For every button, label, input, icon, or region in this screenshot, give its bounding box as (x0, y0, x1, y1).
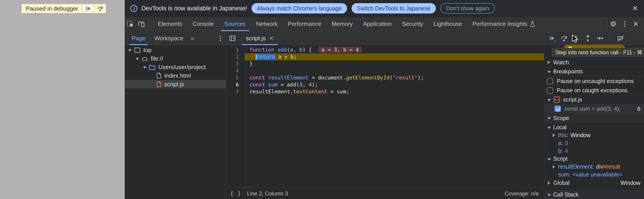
code-text[interactable]: const resultElement = document.getElemen… (246, 74, 424, 81)
scope-section-global[interactable]: GlobalWindow (544, 178, 644, 187)
chevron-down-icon (547, 194, 551, 196)
inspect-element-button[interactable] (125, 17, 136, 31)
tree-item-label: file:// (151, 55, 163, 62)
close-notification-button[interactable]: ✕ (632, 5, 638, 12)
tree-item-top[interactable]: top (125, 46, 226, 54)
tab-performance-insights[interactable]: Performance insights (467, 17, 540, 31)
chevron-right-icon[interactable] (548, 181, 550, 185)
chevron-down-icon[interactable] (547, 99, 551, 101)
pretty-print-icon[interactable]: { } (230, 190, 241, 197)
scope-var-a[interactable]: a:3 (544, 139, 644, 147)
tab-security[interactable]: Security (397, 17, 428, 31)
tab-application[interactable]: Application (358, 17, 397, 31)
always-match-language-button[interactable]: Always match Chrome's language (252, 3, 347, 14)
resume-script-button[interactable] (83, 4, 94, 13)
tab-sources[interactable]: Sources (219, 17, 251, 31)
breakpoint-entry[interactable]: const sum = add(3, 4);6 (544, 104, 644, 113)
line-number[interactable]: 1 (226, 46, 246, 53)
resume-icon (85, 5, 92, 12)
tree-item-script-js[interactable]: script.js (125, 80, 226, 88)
switch-to-japanese-button[interactable]: Switch DevTools to Japanese (352, 3, 436, 14)
line-number-breakpoint[interactable]: 6 (226, 81, 246, 88)
pause-toggle-pause-on-caught-exceptions[interactable]: Pause on caught exceptions (544, 86, 644, 95)
scope-section-script[interactable]: Script (544, 155, 644, 163)
scope-var-b[interactable]: b:4 (544, 147, 644, 155)
breakpoints-section-header[interactable]: Breakpoints (544, 67, 644, 76)
watch-section-header[interactable]: Watch (544, 58, 644, 67)
breakpoint-file-group[interactable]: script.js (544, 95, 644, 104)
tab-workspace[interactable]: Workspace (152, 32, 186, 45)
step-button[interactable] (596, 35, 604, 42)
scope-var-sum[interactable]: sum:<value unavailable> (544, 171, 644, 178)
page-viewport: Paused in debugger (0, 0, 125, 199)
scope-var-this[interactable]: this:Window (544, 131, 644, 139)
tab-network[interactable]: Network (251, 17, 282, 31)
code-text[interactable]: return a + b; (246, 53, 297, 60)
settings-gear-icon[interactable]: ⚙ (610, 20, 616, 28)
line-number[interactable]: 7 (226, 88, 246, 95)
deactivate-breakpoints-button[interactable] (617, 35, 624, 42)
code-token: } (250, 61, 253, 67)
editor-tab-scriptjs[interactable]: script.js ✕ (242, 32, 278, 45)
var-colon: : (567, 132, 568, 138)
resume-icon (548, 35, 556, 42)
scope-section-local[interactable]: Local (544, 123, 644, 131)
tab-performance[interactable]: Performance (283, 17, 326, 31)
line-number[interactable]: 2 (226, 53, 246, 60)
code-text[interactable]: function add(a, b) {a = 3, b = 4 (246, 46, 362, 53)
var-name: a (558, 140, 561, 146)
chevron-right-icon[interactable] (553, 133, 555, 137)
more-options-icon[interactable] (623, 20, 626, 28)
code-text[interactable]: const sum = add(3, 4); (246, 81, 318, 88)
code-text[interactable] (246, 67, 250, 74)
var-colon: : (592, 163, 594, 170)
toggle-device-toolbar-button[interactable] (136, 17, 146, 31)
code-token: , (293, 47, 300, 53)
tab-memory[interactable]: Memory (326, 17, 358, 31)
checkbox[interactable] (547, 87, 553, 94)
scope-var-resultElement[interactable]: resultElement:div#result (544, 163, 644, 171)
code-text[interactable]: } (246, 60, 253, 67)
code-token: = add( (278, 82, 300, 88)
resume-button[interactable] (548, 35, 556, 42)
close-tab-icon[interactable]: ✕ (269, 35, 274, 42)
line-number[interactable]: 3 (226, 60, 246, 67)
info-icon: i (130, 5, 137, 12)
line-number[interactable]: 5 (226, 74, 246, 81)
inline-eval-widget: a = 3, b = 4 (318, 47, 362, 53)
code-editor[interactable]: 1function add(a, b) {a = 3, b = 42 retur… (226, 45, 544, 188)
toggle-label: Pause on caught exceptions (557, 87, 627, 94)
pause-toggle-pause-on-uncaught-exceptions[interactable]: Pause on uncaught exceptions (544, 77, 644, 86)
dont-show-again-button[interactable]: Don't show again (440, 3, 495, 14)
call-stack-section-header[interactable]: Call Stack (544, 190, 644, 199)
step-out-button[interactable] (584, 35, 592, 42)
chevron-down-icon[interactable] (136, 58, 139, 60)
tree-item-index-html[interactable]: index.html (125, 71, 226, 80)
tab-elements[interactable]: Elements (153, 17, 187, 31)
chevron-right-icon[interactable] (553, 165, 555, 169)
tree-item-file-[interactable]: file:// (125, 54, 226, 63)
checkbox[interactable] (547, 78, 553, 84)
line-number[interactable]: 4 (226, 67, 246, 74)
step-over-button-page[interactable] (94, 4, 106, 13)
step-into-button[interactable] (572, 35, 580, 42)
breakpoint-code: const sum = add(3, 4); (564, 106, 635, 112)
tree-item-label: index.html (164, 72, 191, 79)
step-over-button[interactable] (560, 35, 568, 42)
toggle-navigator-icon[interactable] (226, 32, 239, 45)
tab-console[interactable]: Console (187, 17, 219, 31)
chevron-down-icon[interactable] (128, 49, 132, 52)
code-token: resultElement (268, 75, 309, 81)
scope-section-header[interactable]: Scope (544, 113, 644, 122)
tab-page[interactable]: Page (130, 32, 148, 45)
navigator-more-options-icon[interactable] (219, 35, 222, 42)
chevron-down-icon[interactable] (547, 158, 551, 160)
more-tabs-icon[interactable]: » (190, 35, 194, 42)
chevron-down-icon[interactable] (547, 127, 551, 129)
close-devtools-button[interactable]: ✕ (633, 21, 638, 28)
tab-lighthouse[interactable]: Lighthouse (428, 17, 467, 31)
breakpoint-checkbox[interactable] (554, 106, 561, 112)
code-text[interactable]: resultElement.textContent = sum; (246, 88, 349, 95)
chevron-down-icon[interactable] (143, 66, 146, 69)
tree-item-users-user-project[interactable]: Users/user/project (125, 63, 226, 71)
